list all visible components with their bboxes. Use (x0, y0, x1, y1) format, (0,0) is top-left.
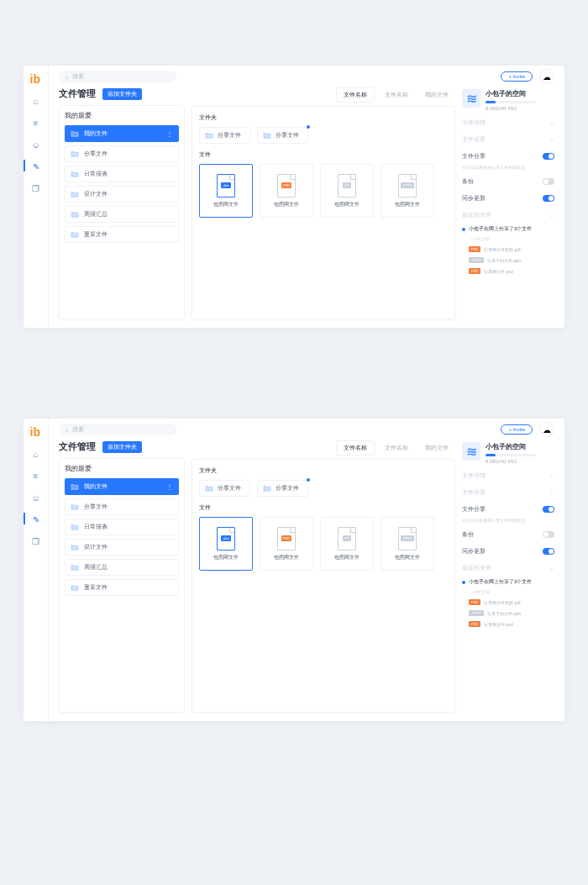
sidebar-item-4[interactable]: 周报汇总 (65, 206, 179, 223)
sidebar-item-3[interactable]: 设计文件 (65, 186, 179, 203)
sidebar-item-label: 设计文件 (84, 543, 108, 551)
setting-2[interactable]: 文件分享 (462, 503, 554, 516)
file-card-0[interactable]: .doc包图网文件 (199, 164, 253, 218)
nav-list-icon[interactable]: ≡ (31, 118, 41, 128)
sidebar-item-1[interactable]: 分享文件 (65, 498, 179, 515)
file-card-1[interactable]: PSD包图网文件 (260, 164, 313, 218)
file-badge: .PT (343, 182, 351, 188)
activity-file-2[interactable]: PSD分享网文件.psd (469, 268, 554, 274)
file-icon: .PPTX (398, 527, 417, 550)
sidebar-item-0[interactable]: 我的文件⋮ (65, 125, 179, 142)
folder-chip-0[interactable]: 分享文件 (199, 480, 250, 497)
toggle[interactable] (543, 531, 554, 538)
search-input[interactable]: ⌕搜索 (59, 71, 176, 82)
toggle[interactable] (543, 506, 554, 513)
nav-doc-icon[interactable]: ❐ (31, 183, 41, 193)
nav-user-icon[interactable]: ☺ (31, 493, 41, 503)
nav-home-icon[interactable]: ⌂ (31, 96, 41, 106)
more-icon[interactable]: ⋮ (166, 130, 173, 138)
sidebar-item-5[interactable]: 重要文件 (65, 226, 179, 243)
setting-5[interactable]: 最近的文件⌄ (462, 208, 554, 222)
nav-list-icon[interactable]: ≡ (31, 471, 41, 481)
activity-file-0[interactable]: PSD分享网文件更新.pdf (469, 246, 554, 252)
nav-user-icon[interactable]: ☺ (31, 140, 41, 150)
mini-badge: .PPTX (469, 257, 484, 263)
folder-chip-label: 分享文件 (218, 131, 241, 140)
mini-file-name: 分享网文件.psd (484, 622, 512, 627)
toggle[interactable] (543, 153, 554, 160)
file-icon: .PPTX (398, 174, 417, 198)
setting-1[interactable]: 文件设置⌄ (462, 133, 554, 146)
sidebar-item-2[interactable]: 日常报表 (65, 166, 179, 182)
activity-time: 一小时之前 (469, 236, 554, 241)
folder-chip-0[interactable]: 分享文件 (199, 127, 250, 144)
folder-chip-1[interactable]: 分享文件 (257, 480, 308, 497)
file-badge: PSD (281, 535, 291, 541)
setting-3[interactable]: 备份 (462, 175, 554, 188)
tab-0[interactable]: 文件名称 (336, 440, 375, 456)
toggle[interactable] (543, 195, 554, 202)
toggle[interactable] (543, 178, 554, 185)
setting-0[interactable]: 文件详情⌄ (462, 469, 554, 482)
add-folder-button[interactable]: 添加文件夹 (102, 88, 142, 100)
nav-edit-icon[interactable]: ✎ (31, 161, 41, 171)
avatar[interactable]: ☁ (539, 69, 554, 84)
space-title: 小包子的空间 (486, 442, 536, 451)
more-icon[interactable]: ⋮ (166, 483, 173, 491)
activity-file-1[interactable]: .PPTX分享子的文件.pptx (469, 610, 554, 616)
setting-4[interactable]: 同步更新 (462, 545, 554, 558)
setting-label: 文件详情 (462, 471, 486, 480)
activity-time: 一小时之前 (469, 589, 554, 594)
file-name: 包图网文件 (334, 554, 360, 561)
tab-1[interactable]: 文件名称 (378, 441, 415, 455)
tab-1[interactable]: 文件名称 (378, 88, 415, 102)
setting-5[interactable]: 最近的文件⌄ (462, 561, 554, 575)
sidebar-item-5[interactable]: 重要文件 (65, 579, 179, 596)
setting-label: 同步更新 (462, 194, 486, 203)
sidebar-item-4[interactable]: 周报汇总 (65, 559, 179, 576)
favorites-card: 我的最爱我的文件⋮分享文件日常报表设计文件周报汇总重要文件 (59, 105, 185, 319)
tab-0[interactable]: 文件名称 (336, 87, 375, 103)
tab-2[interactable]: 我的文件 (418, 88, 455, 102)
sidebar-item-3[interactable]: 设计文件 (65, 539, 179, 556)
mini-file-name: 分享网文件更新.pdf (484, 247, 520, 252)
setting-3[interactable]: 备份 (462, 528, 554, 541)
file-card-2[interactable]: .PT包图网文件 (320, 164, 374, 218)
sidebar-item-0[interactable]: 我的文件⋮ (65, 478, 179, 495)
space-card: ≋小包子的空间8.08G/40.45G (462, 87, 554, 113)
folder-chip-1[interactable]: 分享文件 (257, 127, 308, 144)
file-card-1[interactable]: PSD包图网文件 (260, 517, 313, 571)
favorites-card: 我的最爱我的文件⋮分享文件日常报表设计文件周报汇总重要文件 (59, 458, 185, 713)
invite-button[interactable]: + Invite (501, 71, 533, 82)
file-card-3[interactable]: .PPTX包图网文件 (381, 517, 434, 571)
folder-chip-label: 分享文件 (218, 484, 241, 493)
sidebar-item-label: 我的文件 (84, 482, 108, 491)
setting-0[interactable]: 文件详情⌄ (462, 116, 554, 129)
file-card-0[interactable]: .doc包图网文件 (199, 517, 253, 571)
search-input[interactable]: ⌕搜索 (59, 424, 176, 435)
mini-file-name: 分享子的文件.pptx (487, 611, 522, 616)
add-folder-button[interactable]: 添加文件夹 (102, 441, 142, 453)
activity-file-1[interactable]: .PPTX分享子的文件.pptx (469, 257, 554, 263)
setting-2[interactable]: 文件分享 (462, 150, 554, 163)
avatar[interactable]: ☁ (539, 422, 554, 437)
setting-1[interactable]: 文件设置⌄ (462, 486, 554, 499)
sidebar-item-2[interactable]: 日常报表 (65, 519, 179, 535)
setting-4[interactable]: 同步更新 (462, 192, 554, 205)
file-card-3[interactable]: .PPTX包图网文件 (381, 164, 434, 218)
mini-file-name: 分享子的文件.pptx (487, 258, 522, 263)
folders-title: 文件夹 (199, 113, 448, 122)
activity-file-0[interactable]: PSD分享网文件更新.pdf (469, 599, 554, 605)
activity-file-2[interactable]: PSD分享网文件.psd (469, 621, 554, 627)
storage-text: 8.08G/40.45G (486, 459, 536, 464)
nav-edit-icon[interactable]: ✎ (31, 514, 41, 524)
invite-button[interactable]: + Invite (501, 424, 533, 435)
toggle[interactable] (543, 548, 554, 555)
sidebar-item-1[interactable]: 分享文件 (65, 145, 179, 162)
nav-home-icon[interactable]: ⌂ (31, 449, 41, 459)
tab-2[interactable]: 我的文件 (418, 441, 455, 455)
layers-icon: ≋ (462, 442, 480, 461)
nav-doc-icon[interactable]: ❐ (31, 536, 41, 546)
search-placeholder: 搜索 (72, 72, 84, 81)
file-card-2[interactable]: .PT包图网文件 (320, 517, 374, 571)
